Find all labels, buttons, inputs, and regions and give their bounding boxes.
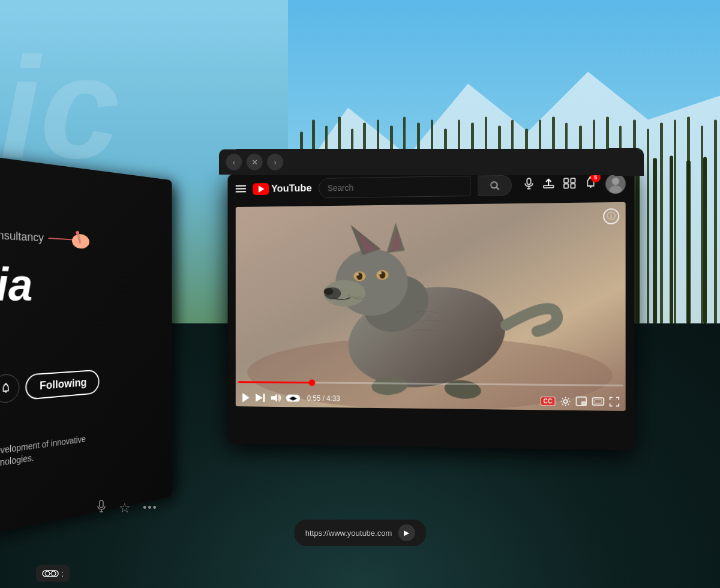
browser-top-bar: ‹ ✕ › [219, 148, 644, 175]
yt-hamburger-menu[interactable] [236, 183, 246, 196]
svg-marker-115 [256, 394, 262, 402]
svg-line-59 [49, 238, 74, 240]
wolf-video-frame [236, 202, 626, 411]
svg-point-62 [76, 231, 79, 235]
svg-rect-122 [595, 400, 602, 403]
yt-logo-icon [253, 183, 269, 195]
video-progress-thumb[interactable] [308, 379, 315, 386]
browser-forward-button[interactable]: › [267, 154, 283, 170]
vr-icon-area[interactable]: : [36, 565, 70, 582]
mic-bottom-icon[interactable] [96, 500, 107, 516]
svg-rect-57 [686, 161, 691, 324]
youtube-panel: YouTube [227, 167, 634, 451]
url-bar-bottom: https://www.youtube.com ▶ [295, 520, 426, 546]
svg-rect-55 [653, 158, 657, 324]
volume-button[interactable] [270, 393, 281, 403]
svg-marker-117 [271, 394, 277, 402]
left-panel: Consultancy lia [0, 153, 172, 540]
yt-logo[interactable]: YouTube [253, 182, 311, 195]
svg-rect-54 [636, 161, 640, 324]
svg-rect-58 [703, 157, 707, 324]
svg-rect-86 [571, 184, 575, 188]
yt-search-input[interactable] [319, 176, 470, 199]
video-info-button[interactable]: ⓘ [603, 208, 619, 224]
skip-next-button[interactable] [255, 392, 265, 403]
action-buttons-row: Following [0, 368, 99, 407]
miniplayer-button[interactable] [576, 397, 587, 407]
svg-rect-31 [701, 126, 703, 324]
yt-nav-icons: 5 [524, 174, 625, 195]
svg-rect-116 [263, 394, 265, 402]
fullscreen-button[interactable] [610, 397, 620, 407]
url-go-button[interactable]: ▶ [398, 524, 415, 541]
svg-rect-83 [564, 178, 568, 182]
wolf-svg [236, 202, 626, 411]
vr-icon[interactable]: : [36, 565, 70, 582]
svg-rect-28 [660, 123, 663, 324]
bg-text-ic: ic [0, 36, 120, 180]
yt-search-button[interactable] [478, 175, 512, 196]
svg-rect-56 [670, 156, 673, 324]
svg-point-118 [563, 399, 567, 403]
svg-rect-29 [674, 120, 676, 324]
cc-button[interactable]: CC [540, 396, 555, 405]
yt-notification-icon[interactable]: 5 [584, 176, 597, 193]
yt-apps-icon[interactable] [563, 178, 576, 192]
svg-point-77 [491, 182, 497, 188]
description-area: e development of innovative technologies… [0, 433, 86, 470]
star-bottom-icon[interactable]: ☆ [119, 500, 131, 516]
settings-button[interactable] [560, 396, 571, 406]
more-bottom-icon[interactable]: ••• [143, 502, 158, 514]
svg-rect-79 [527, 178, 530, 184]
yt-upload-icon[interactable] [542, 178, 555, 192]
svg-point-105 [356, 273, 359, 275]
yt-logo-text: YouTube [271, 182, 312, 195]
svg-rect-84 [571, 178, 575, 182]
vr-colon: : [61, 569, 64, 578]
svg-rect-120 [581, 401, 586, 405]
volume-toggle-button[interactable]: ◀▶ [286, 395, 300, 402]
consultancy-row: Consultancy [0, 221, 158, 256]
yt-play-triangle [259, 185, 265, 193]
bottom-browser-controls: ☆ ••• [96, 500, 158, 516]
bell-button[interactable] [0, 373, 19, 404]
vr-goggles-icon [42, 569, 59, 578]
video-container[interactable]: ⓘ [236, 202, 626, 411]
svg-line-78 [496, 187, 499, 190]
play-pause-button[interactable] [241, 392, 250, 403]
browser-close-button[interactable]: ✕ [247, 154, 263, 170]
left-panel-title: lia [0, 260, 158, 308]
theater-mode-button[interactable] [592, 397, 604, 406]
yt-mic-icon[interactable] [524, 178, 533, 193]
svg-rect-27 [647, 129, 649, 324]
svg-rect-67 [100, 500, 103, 508]
svg-point-72 [51, 571, 56, 576]
consultancy-label: Consultancy [0, 227, 44, 244]
url-text: https://www.youtube.com [305, 529, 392, 538]
video-time: 0:55 / 4:33 [307, 394, 340, 403]
svg-point-71 [45, 571, 50, 576]
yt-user-avatar[interactable] [605, 174, 625, 194]
following-button[interactable]: Following [25, 369, 99, 400]
browser-back-button[interactable]: ‹ [226, 154, 242, 170]
hand-drawing-icon [49, 226, 93, 253]
left-panel-content: Consultancy lia [0, 153, 172, 321]
svg-rect-82 [544, 185, 553, 187]
svg-marker-114 [242, 393, 249, 403]
svg-rect-85 [564, 184, 568, 188]
svg-rect-32 [714, 120, 717, 324]
svg-point-106 [379, 272, 382, 274]
svg-point-100 [324, 288, 334, 295]
